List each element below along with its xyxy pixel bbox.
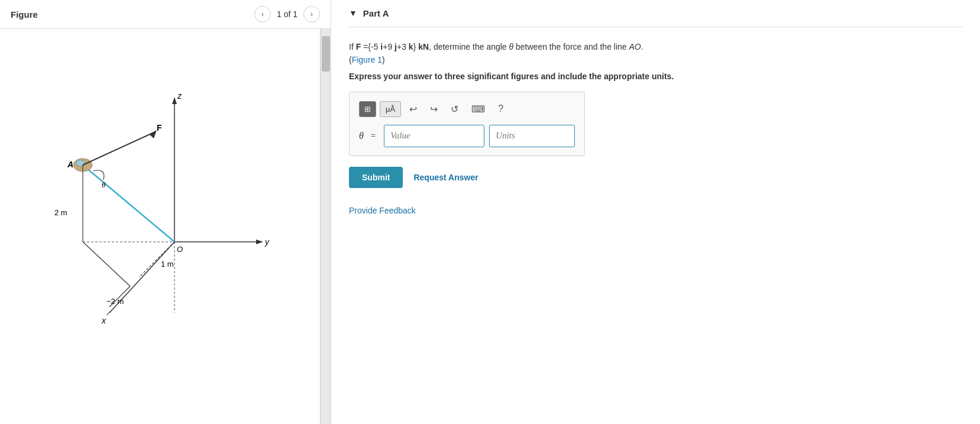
redo-button[interactable]: ↪ [425,101,442,118]
figure-header: Figure ‹ 1 of 1 › [0,0,331,29]
value-input[interactable] [384,125,484,147]
prev-figure-button[interactable]: ‹ [254,6,271,22]
svg-text:θ: θ [102,180,106,189]
units-input[interactable] [489,125,575,147]
scroll-thumb [322,36,330,72]
provide-feedback-link[interactable]: Provide Feedback [349,206,962,215]
svg-text:2 m: 2 m [54,208,67,217]
figure-scrollbar[interactable] [320,29,331,424]
toolbar: ⊞ μÅ ↩ ↪ ↺ ⌨ ? [359,101,575,118]
action-row: Submit Request Answer [349,167,962,188]
svg-marker-1 [172,97,177,104]
answer-container: ⊞ μÅ ↩ ↪ ↺ ⌨ ? θ = [349,92,585,156]
svg-marker-17 [149,130,157,138]
template-button[interactable]: ⊞ [359,101,376,117]
units-button[interactable]: μÅ [380,101,401,117]
right-panel: ▼ Part A If F ={-5 i+9 j+3 k} kN, determ… [331,0,980,424]
figure-content: z y x O [0,29,331,424]
svg-text:F: F [157,123,162,132]
next-figure-button[interactable]: › [303,6,320,22]
submit-button[interactable]: Submit [349,167,403,188]
instruction-text: Express your answer to three significant… [349,72,962,81]
keyboard-button[interactable]: ⌨ [467,101,490,118]
figure-count: 1 of 1 [277,9,297,19]
theta-label: θ [359,131,364,141]
undo-button[interactable]: ↩ [405,101,422,118]
left-panel: Figure ‹ 1 of 1 › z y x [0,0,331,424]
figure-1-link[interactable]: Figure 1 [352,55,382,64]
svg-text:z: z [177,91,182,101]
part-header: ▼ Part A [349,0,962,27]
diagram-svg: z y x O [6,35,296,402]
svg-text:A: A [67,160,73,169]
svg-text:x: x [101,316,106,325]
help-button[interactable]: ? [493,101,508,117]
keyboard-icon: ⌨ [471,104,485,114]
request-answer-link[interactable]: Request Answer [413,173,478,182]
svg-text:y: y [264,237,270,247]
template-icon: ⊞ [364,105,371,114]
figure-title: Figure [11,9,248,20]
question-text: If F ={-5 i+9 j+3 k} kN, determine the a… [349,40,962,67]
svg-line-22 [83,242,130,286]
units-icon: μÅ [386,105,395,114]
refresh-button[interactable]: ↺ [446,101,463,118]
svg-line-12 [83,165,174,242]
question-mark-icon: ? [498,103,503,114]
svg-text:1 m: 1 m [161,260,174,268]
equals-label: = [371,131,376,141]
svg-text:O: O [177,245,183,254]
input-row: θ = [359,125,575,147]
collapse-icon[interactable]: ▼ [349,9,357,18]
part-label: Part A [363,8,389,18]
svg-line-16 [83,132,154,165]
svg-marker-4 [256,239,263,244]
